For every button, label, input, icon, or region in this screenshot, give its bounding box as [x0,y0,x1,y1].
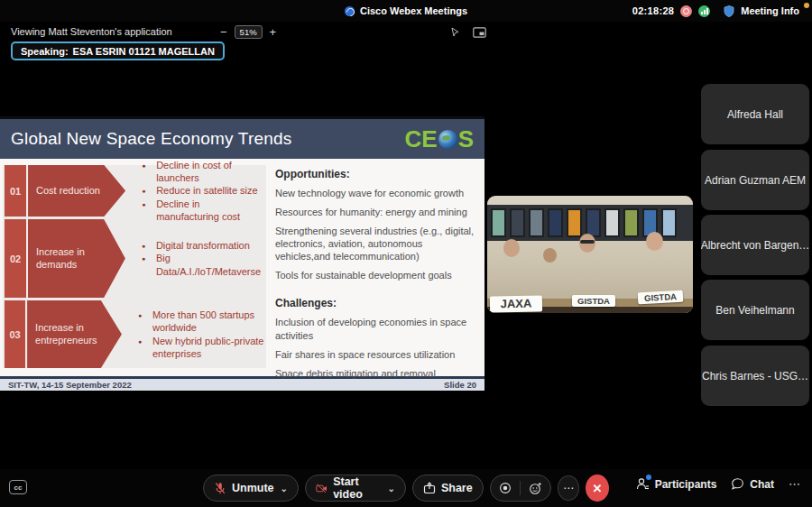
zoom-controls: − 51% + [220,25,276,39]
status-dot [804,3,809,8]
challenge-item: Inclusion of developing economies in spa… [275,316,475,341]
webex-logo-icon [345,6,355,16]
ceos-globe-icon [438,130,457,149]
mic-off-icon [214,482,226,495]
opportunity-item: Tools for sustainable development goals [275,269,475,281]
slide-footer-left: SIT-TW, 14-15 September 2022 [8,380,132,390]
speaking-label: Speaking: [21,46,69,57]
slide-row-3: 03 Increase in entrepreneurs More than 5… [5,300,264,368]
pointer-icon[interactable] [449,26,461,38]
row-arrow-label: Increase in entrepreneurs [27,300,122,368]
slide-title: Global New Space Economy Trends [11,129,291,149]
speaker-name: ESA ESRIN 01121 MAGELLAN [73,46,215,57]
row-number: 01 [5,165,26,217]
name-plate: GISTDA [572,295,615,307]
row-number: 03 [5,300,25,368]
row-number: 02 [5,219,26,298]
ceos-logo-ce: CE [405,127,438,151]
share-label: Share [441,482,473,494]
participants-notification-dot [646,475,651,480]
chat-label: Chat [750,478,774,491]
participant-tile[interactable]: Adrian Guzman AEM [701,150,809,210]
zoom-level-value[interactable]: 51% [235,25,263,39]
leave-meeting-button[interactable]: ✕ [586,475,609,502]
overflow-menu-button[interactable]: ⋯ [789,477,801,491]
reactions-icon[interactable] [529,482,542,495]
ceos-logo: CE S [405,127,474,151]
challenge-item: Fair shares in space resources utilizati… [275,348,475,361]
ceos-logo-s: S [458,127,474,151]
bullet-item: New hybrid public-private enterprises [152,335,264,361]
bullet-item: Reduce in satellite size [156,184,264,197]
app-title: Cisco Webex Meetings [345,0,467,22]
opportunity-item: New technology wave for economic growth [275,187,475,199]
app-title-label: Cisco Webex Meetings [360,5,467,16]
name-plate: JAXA [490,295,542,312]
speaker-video-tile[interactable]: JAXA GISTDA GISTDA [487,196,693,313]
participant-tile[interactable]: Alfreda Hall [701,84,809,144]
slide-body: 01 Cost reduction Decline in cost of lau… [0,159,484,376]
unmute-button[interactable]: Unmute ⌄ [203,475,299,502]
row-bullets: Digital transformation Big Data/A.I./IoT… [156,239,264,278]
camera-off-icon [316,483,328,494]
viewing-status-label: Viewing Matt Steventon's application [11,26,172,37]
participant-tile[interactable]: Albrecht von Bargen… [701,215,809,275]
share-content-icon [423,482,436,494]
active-speaker-indicator: Speaking: ESA ESRIN 01121 MAGELLAN [11,41,225,60]
slide-header: Global New Space Economy Trends CE S [0,119,484,159]
bullet-item: Big Data/A.I./IoT/Metaverse [156,252,264,278]
slide-right-column: Opportunities: New technology wave for e… [275,168,475,386]
participants-button[interactable]: Participants [636,477,717,491]
chat-icon [731,477,744,491]
chevron-down-icon[interactable]: ⌄ [388,484,395,493]
recording-indicator-icon[interactable] [680,5,692,17]
closed-captions-button[interactable]: cc [9,480,27,494]
row-bullets: Decline in cost of launchers Reduce in s… [156,159,264,223]
security-shield-icon [724,5,734,17]
meeting-info-button[interactable]: Meeting Info [741,5,799,16]
opportunity-item: Strengthening several industries (e.g., … [275,225,475,263]
opportunity-item: Resources for humanity: energy and minin… [275,206,475,218]
picture-in-picture-icon[interactable] [473,27,486,38]
shared-screen-slide: Global New Space Economy Trends CE S 01 … [0,116,484,391]
name-plate: GISTDA [638,290,684,305]
row-arrow-label: Cost reduction [28,165,125,217]
row-bullets: More than 500 startups worldwide New hyb… [152,309,264,360]
chevron-down-icon[interactable]: ⌄ [281,484,288,493]
record-reactions-group [490,475,551,502]
chat-button[interactable]: Chat [731,477,774,491]
challenge-item: Space debris mitigation and removal [275,367,475,380]
record-icon[interactable] [499,482,512,494]
zoom-in-button[interactable]: + [270,25,277,39]
bullet-item: More than 500 startups worldwide [152,309,264,335]
participants-label: Participants [655,478,717,491]
zoom-out-button[interactable]: − [220,25,227,39]
bullet-item: Digital transformation [156,239,264,252]
participant-tile[interactable]: Chris Barnes - USG… [701,346,809,406]
start-video-label: Start video [333,475,381,501]
start-video-button[interactable]: Start video ⌄ [305,475,406,502]
unmute-label: Unmute [232,482,274,494]
slide-row-2: 02 Increase in demands Digital transform… [5,219,264,298]
more-options-button[interactable]: ⋯ [558,475,579,501]
opportunities-heading: Opportunities: [275,168,475,180]
share-button[interactable]: Share [412,475,484,502]
control-bar: cc Unmute ⌄ Start video ⌄ [0,469,812,507]
slide-row-1: 01 Cost reduction Decline in cost of lau… [5,165,264,217]
participant-tile[interactable]: Ben Veihelmann [701,280,809,340]
connection-quality-icon[interactable] [698,5,710,17]
challenges-heading: Challenges: [275,297,475,309]
bullet-item: Decline in cost of launchers [156,159,264,185]
row-arrow-label: Increase in demands [28,219,125,298]
meeting-timer: 02:18:28 [632,5,674,16]
top-bar: Cisco Webex Meetings 02:18:28 Meeting In… [0,0,812,22]
